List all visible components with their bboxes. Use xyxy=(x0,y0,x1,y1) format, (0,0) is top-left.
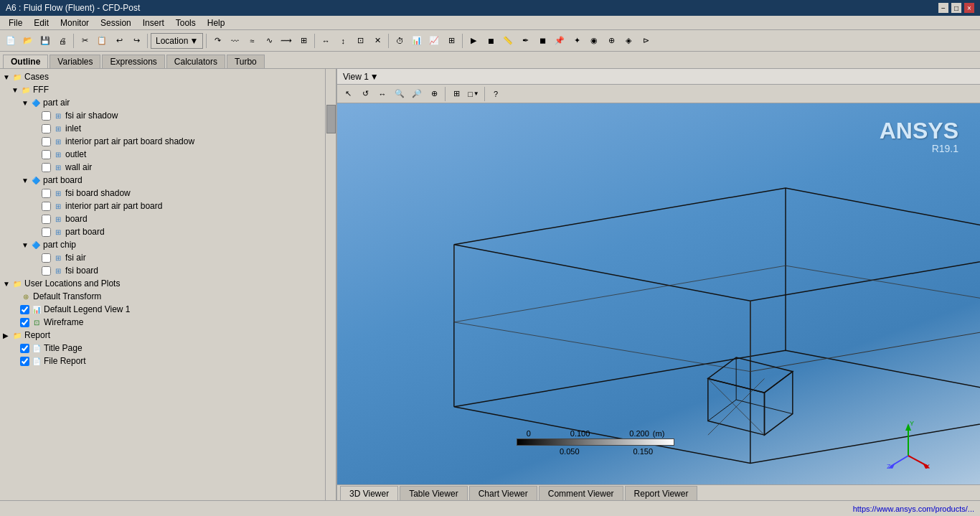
toolbar-btn4[interactable]: ∿ xyxy=(261,33,277,49)
tree-item-user-locations[interactable]: ▼ 📁 User Locations and Plots xyxy=(1,277,334,290)
toolbar-btn7[interactable]: ↔ xyxy=(318,33,334,49)
arrow-user-locations[interactable]: ▼ xyxy=(3,280,11,288)
toolbar-extra2[interactable]: ⏹ xyxy=(483,33,499,49)
toolbar-btn8[interactable]: ↕ xyxy=(335,33,351,49)
tab-expressions[interactable]: Expressions xyxy=(102,55,164,68)
toolbar-extra6[interactable]: 📌 xyxy=(552,33,567,49)
toolbar-table[interactable]: ⊞ xyxy=(443,33,459,49)
tree-item-fff[interactable]: ▼ 📁 FFF xyxy=(1,83,334,96)
vt-zoom-out-btn[interactable]: 🔎 xyxy=(409,86,425,102)
toolbar-btn5[interactable]: ⟿ xyxy=(278,33,294,49)
menu-session[interactable]: Session xyxy=(95,17,137,29)
toolbar-extra9[interactable]: ⊕ xyxy=(603,33,619,49)
tree-item-file-report[interactable]: 📄 File Report xyxy=(1,355,334,367)
vt-zoom-fit-btn[interactable]: ⊕ xyxy=(426,86,442,102)
tree-item-fsi-air-shadow[interactable]: ⊞ fsi air shadow xyxy=(1,109,334,122)
arrow-report[interactable]: ▶ xyxy=(3,332,11,339)
tree-item-fsi-air-chip[interactable]: ⊞ fsi air xyxy=(1,251,334,264)
vt-highlight-btn[interactable]: ⊞ xyxy=(448,86,464,102)
tree-item-wireframe[interactable]: ⊡ Wireframe xyxy=(1,316,334,329)
tab-variables[interactable]: Variables xyxy=(50,55,100,68)
tree-item-interior[interactable]: ⊞ interior part air part board shadow xyxy=(1,135,334,148)
toolbar-print[interactable]: 🖨 xyxy=(55,33,70,49)
check-fsi-air-shadow[interactable] xyxy=(42,111,51,121)
location-button[interactable]: Location ▼ xyxy=(151,33,203,49)
arrow-part-air[interactable]: ▼ xyxy=(22,99,30,107)
check-fsi-board-chip[interactable] xyxy=(42,266,51,276)
tree-item-default-legend[interactable]: 📊 Default Legend View 1 xyxy=(1,303,334,316)
toolbar-graph[interactable]: 📊 xyxy=(409,33,425,49)
tab-calculators[interactable]: Calculators xyxy=(166,55,225,68)
toolbar-undo[interactable]: ↩ xyxy=(111,33,127,49)
vt-help-btn[interactable]: ? xyxy=(488,86,504,102)
tree-item-default-transform[interactable]: ⊛ Default Transform xyxy=(1,290,334,303)
check-wall-air[interactable] xyxy=(42,163,51,172)
minimize-button[interactable]: − xyxy=(938,3,948,13)
tree-item-part-air[interactable]: ▼ 🔷 part air xyxy=(1,96,334,109)
tab-3d-viewer[interactable]: 3D Viewer xyxy=(340,486,398,500)
toolbar-extra8[interactable]: ◉ xyxy=(586,33,602,49)
menu-file[interactable]: File xyxy=(3,17,28,29)
view-dropdown[interactable]: View 1 ▼ xyxy=(343,72,379,82)
vt-box-btn[interactable]: □▼ xyxy=(466,86,481,102)
tab-turbo[interactable]: Turbo xyxy=(227,55,265,68)
vt-select-btn[interactable]: ↖ xyxy=(340,86,356,102)
tree-item-wall-part-board[interactable]: ⊞ part board xyxy=(1,225,334,238)
check-file-report[interactable] xyxy=(20,357,29,366)
toolbar-btn3[interactable]: ≈ xyxy=(244,33,260,49)
toolbar-timer[interactable]: ⏱ xyxy=(392,33,407,49)
menu-tools[interactable]: Tools xyxy=(170,17,202,29)
tab-report-viewer[interactable]: Report Viewer xyxy=(625,486,698,500)
canvas-area[interactable]: ANSYS R19.1 xyxy=(337,103,980,484)
vt-pan-btn[interactable]: ↔ xyxy=(374,86,390,102)
toolbar-save[interactable]: 💾 xyxy=(37,33,53,49)
scroll-thumb[interactable] xyxy=(326,105,336,133)
toolbar-btn1[interactable]: ↷ xyxy=(209,33,225,49)
tree-item-fsi-board-shadow[interactable]: ⊞ fsi board shadow xyxy=(1,187,334,200)
scrollbar-v[interactable] xyxy=(325,69,336,500)
toolbar-extra3[interactable]: 📏 xyxy=(500,33,516,49)
toolbar-extra11[interactable]: ⊳ xyxy=(638,33,654,49)
vt-rotate-btn[interactable]: ↺ xyxy=(357,86,373,102)
check-default-legend[interactable] xyxy=(20,305,29,314)
arrow-part-chip[interactable]: ▼ xyxy=(22,241,30,249)
toolbar-chart[interactable]: 📈 xyxy=(426,33,442,49)
toolbar-extra4[interactable]: ✒ xyxy=(517,33,533,49)
tree-item-part-chip[interactable]: ▼ 🔷 part chip xyxy=(1,238,334,251)
tab-chart-viewer[interactable]: Chart Viewer xyxy=(469,486,537,500)
tree-item-inlet[interactable]: ⊞ inlet xyxy=(1,122,334,135)
maximize-button[interactable]: □ xyxy=(951,3,961,13)
tree-item-title-page[interactable]: 📄 Title Page xyxy=(1,342,334,355)
toolbar-extra5[interactable]: ◼ xyxy=(534,33,550,49)
toolbar-open[interactable]: 📂 xyxy=(20,33,36,49)
tree-item-outlet[interactable]: ⊞ outlet xyxy=(1,148,334,161)
arrow-cases[interactable]: ▼ xyxy=(3,73,11,81)
tree-item-cases[interactable]: ▼ 📁 Cases xyxy=(1,70,334,83)
check-interior-board[interactable] xyxy=(42,202,51,211)
menu-edit[interactable]: Edit xyxy=(28,17,55,29)
toolbar-new[interactable]: 📄 xyxy=(3,33,19,49)
toolbar-extra10[interactable]: ◈ xyxy=(621,33,636,49)
toolbar-redo[interactable]: ↪ xyxy=(128,33,144,49)
arrow-part-board[interactable]: ▼ xyxy=(22,177,30,184)
menu-monitor[interactable]: Monitor xyxy=(55,17,95,29)
toolbar-btn2[interactable]: 〰 xyxy=(227,33,242,49)
check-interior[interactable] xyxy=(42,137,51,146)
tab-outline[interactable]: Outline xyxy=(3,55,48,68)
tree-item-part-board[interactable]: ▼ 🔷 part board xyxy=(1,174,334,187)
toolbar-copy[interactable]: 📋 xyxy=(94,33,110,49)
vt-zoom-in-btn[interactable]: 🔍 xyxy=(392,86,407,102)
tree-item-report[interactable]: ▶ 📁 Report xyxy=(1,329,334,342)
menu-insert[interactable]: Insert xyxy=(137,17,170,29)
tab-table-viewer[interactable]: Table Viewer xyxy=(400,486,467,500)
close-button[interactable]: × xyxy=(964,3,974,13)
arrow-fff[interactable]: ▼ xyxy=(11,86,20,94)
tree-item-fsi-board-chip[interactable]: ⊞ fsi board xyxy=(1,264,334,277)
toolbar-iso[interactable]: ⊡ xyxy=(352,33,368,49)
toolbar-btn9[interactable]: ✕ xyxy=(369,33,385,49)
check-outlet[interactable] xyxy=(42,150,51,159)
tree-item-interior-board[interactable]: ⊞ interior part air part board xyxy=(1,200,334,212)
check-fsi-board-shadow[interactable] xyxy=(42,189,51,198)
check-wireframe[interactable] xyxy=(20,318,29,327)
check-title-page[interactable] xyxy=(20,344,29,353)
